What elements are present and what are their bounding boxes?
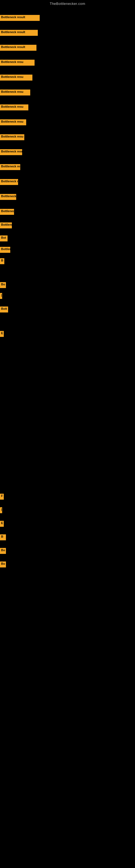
bottleneck-label-2: Bottleneck result bbox=[0, 45, 37, 51]
bottleneck-label-22: F bbox=[0, 494, 4, 500]
bottleneck-label-26: Bo bbox=[0, 548, 6, 554]
bottleneck-label-12: Bottleneck r bbox=[0, 194, 16, 200]
bottleneck-label-10: Bottleneck res bbox=[0, 164, 20, 170]
bottleneck-label-18: Bo bbox=[0, 282, 6, 288]
bottleneck-label-11: Bottleneck r bbox=[0, 179, 18, 185]
bottleneck-label-21: E bbox=[0, 331, 4, 337]
bottleneck-label-7: Bottleneck resu bbox=[0, 119, 26, 125]
bottleneck-label-14: Bottlenec bbox=[0, 222, 12, 228]
bottleneck-label-6: Bottleneck resu bbox=[0, 104, 28, 111]
bottleneck-label-16: Bottlen bbox=[0, 247, 10, 253]
bottleneck-label-0: Bottleneck result bbox=[0, 15, 40, 21]
bottleneck-label-15: Bot bbox=[0, 236, 8, 241]
bottleneck-label-5: Bottleneck resu bbox=[0, 90, 30, 95]
bottleneck-label-17: B bbox=[0, 258, 4, 264]
bottleneck-label-1: Bottleneck result bbox=[0, 30, 38, 36]
bottleneck-label-19: | bbox=[0, 293, 2, 299]
bottleneck-label-23: | bbox=[0, 507, 2, 513]
bottleneck-label-9: Bottleneck resu bbox=[0, 149, 22, 155]
bottleneck-label-8: Bottleneck resu bbox=[0, 134, 24, 140]
bottleneck-label-3: Bottleneck resu bbox=[0, 60, 35, 66]
bottleneck-label-4: Bottleneck resu bbox=[0, 74, 32, 81]
bottleneck-label-25: B bbox=[0, 534, 6, 540]
bottleneck-label-27: Bo bbox=[0, 561, 6, 567]
bottleneck-label-13: Bottleneck r bbox=[0, 209, 14, 215]
bottleneck-label-20: Bott bbox=[0, 307, 8, 312]
site-title: TheBottlenecker.com bbox=[0, 0, 135, 7]
bottleneck-label-24: E bbox=[0, 521, 4, 527]
